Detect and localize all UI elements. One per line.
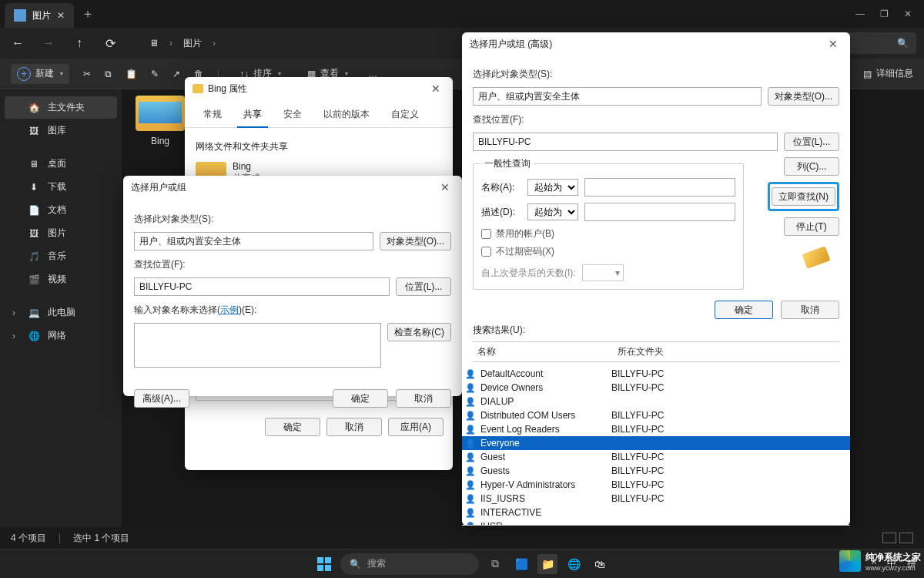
result-row[interactable]: 👤DIALUP: [462, 395, 850, 408]
widgets-icon[interactable]: 🟦: [511, 554, 531, 574]
tab-security[interactable]: 安全: [273, 102, 313, 127]
name-input[interactable]: [584, 178, 735, 197]
desc-mode-select[interactable]: 起始为: [527, 203, 578, 220]
results-list[interactable]: 👤DefaultAccountBILLYFU-PC👤Device OwnersB…: [462, 367, 850, 526]
names-input[interactable]: [134, 323, 381, 368]
result-row[interactable]: 👤GuestBILLYFU-PC: [462, 450, 850, 464]
object-type-button[interactable]: 对象类型(O)...: [380, 232, 451, 250]
columns-button[interactable]: 列(C)...: [784, 157, 839, 176]
ok-button[interactable]: 确定: [265, 418, 320, 436]
watermark-logo-icon: [839, 550, 861, 572]
new-button[interactable]: + 新建 ▾: [11, 64, 69, 84]
stop-button[interactable]: 停止(T): [784, 217, 839, 236]
new-tab-button[interactable]: ＋: [82, 6, 94, 22]
cancel-button[interactable]: 取消: [326, 418, 382, 436]
paste-button[interactable]: 📋: [126, 69, 137, 79]
sidebar-item[interactable]: 🎵音乐: [5, 245, 117, 267]
find-now-button[interactable]: 立即查找(N): [772, 187, 835, 206]
explorer-icon[interactable]: 📁: [537, 554, 557, 574]
close-window-button[interactable]: ✕: [904, 8, 912, 19]
dialog-select-user: 选择用户或组 ✕ 选择此对象类型(S): 对象类型(O)... 查找位置(F):…: [123, 176, 462, 396]
details-button[interactable]: ▤ 详细信息: [863, 67, 913, 80]
start-button[interactable]: [314, 554, 334, 574]
taskbar-search[interactable]: 🔍 搜索: [340, 553, 479, 575]
tab-share[interactable]: 共享: [233, 102, 273, 127]
disabled-accounts-checkbox[interactable]: [481, 229, 491, 239]
sidebar-item[interactable]: 🎬视频: [5, 268, 117, 291]
sidebar-item[interactable]: ⬇下载: [5, 176, 117, 198]
name-mode-select[interactable]: 起始为: [527, 179, 578, 196]
check-names-button[interactable]: 检查名称(C): [387, 323, 451, 341]
name-label: 名称(A):: [481, 181, 521, 194]
result-row[interactable]: 👤GuestsBILLYFU-PC: [462, 464, 850, 478]
desc-input[interactable]: [584, 203, 735, 221]
advanced-button[interactable]: 高级(A)...: [134, 389, 189, 408]
copy-button[interactable]: ⧉: [105, 69, 112, 79]
store-icon[interactable]: 🛍: [590, 554, 610, 574]
close-icon[interactable]: ✕: [427, 81, 445, 96]
location-input[interactable]: [134, 277, 390, 296]
cut-button[interactable]: ✂: [83, 69, 91, 79]
maximize-button[interactable]: ❐: [880, 8, 889, 19]
edge-icon[interactable]: 🌐: [564, 554, 584, 574]
result-row[interactable]: 👤IIS_IUSRSBILLYFU-PC: [462, 492, 850, 506]
tab-general[interactable]: 常规: [192, 102, 233, 127]
principal-icon: 👤: [465, 452, 477, 462]
result-row[interactable]: 👤INTERACTIVE: [462, 506, 850, 519]
apply-button[interactable]: 应用(A): [388, 418, 444, 436]
sidebar-item[interactable]: ›💻此电脑: [5, 301, 117, 324]
close-icon[interactable]: ✕: [436, 180, 454, 195]
location-button[interactable]: 位置(L)...: [784, 133, 839, 151]
result-row[interactable]: 👤IUSR: [462, 519, 850, 526]
folder-item[interactable]: Bing: [136, 96, 185, 146]
object-type-input[interactable]: [473, 87, 762, 106]
refresh-button[interactable]: ⟳: [100, 36, 120, 51]
sidebar-item[interactable]: 📄文档: [5, 199, 117, 221]
result-row[interactable]: 👤Distributed COM UsersBILLYFU-PC: [462, 408, 850, 422]
result-row[interactable]: 👤DefaultAccountBILLYFU-PC: [462, 367, 850, 381]
cancel-button[interactable]: 取消: [781, 301, 839, 319]
sidebar-item[interactable]: 🖥桌面: [5, 153, 117, 175]
col-name[interactable]: 名称: [473, 345, 618, 358]
up-button[interactable]: ↑: [69, 36, 89, 50]
sidebar-item[interactable]: 🖼图片: [5, 222, 117, 244]
query-group: 一般性查询 名称(A): 起始为 描述(D): 起始为 禁用的帐户(B) 不过期…: [473, 163, 744, 290]
object-type-button[interactable]: 对象类型(O)...: [768, 87, 839, 106]
sidebar-item[interactable]: 🏠主文件夹: [5, 96, 117, 119]
window-tab[interactable]: 图片 ✕: [5, 3, 74, 28]
result-row[interactable]: 👤Hyper-V AdministratorsBILLYFU-PC: [462, 478, 850, 492]
folder-label: Bing: [136, 136, 185, 146]
sidebar-item[interactable]: 🖼图库: [5, 119, 117, 142]
minimize-button[interactable]: ―: [855, 8, 865, 19]
view-toggle[interactable]: [882, 533, 913, 543]
location-input[interactable]: [473, 133, 778, 151]
sidebar-item-label: 音乐: [48, 250, 66, 263]
result-row[interactable]: 👤Event Log ReadersBILLYFU-PC: [462, 422, 850, 436]
object-type-input[interactable]: [134, 232, 373, 250]
watermark: 纯净系统之家 www.ycwzy.com: [839, 550, 921, 572]
cancel-button[interactable]: 取消: [396, 389, 451, 408]
sidebar-item[interactable]: ›🌐网络: [5, 324, 117, 347]
col-folder[interactable]: 所在文件夹: [618, 345, 839, 358]
days-input[interactable]: ▾: [582, 264, 624, 281]
share-button[interactable]: ↗: [172, 69, 180, 79]
close-icon[interactable]: ✕: [824, 36, 842, 52]
tab-previous[interactable]: 以前的版本: [313, 102, 380, 127]
noexpire-password-checkbox[interactable]: [481, 247, 491, 257]
back-button[interactable]: ←: [8, 36, 28, 50]
ok-button[interactable]: 确定: [715, 301, 773, 319]
location-button[interactable]: 位置(L)...: [396, 277, 451, 296]
breadcrumb-item[interactable]: 图片: [183, 37, 202, 50]
breadcrumb-root-icon[interactable]: 🖥: [149, 38, 159, 49]
forward-button[interactable]: →: [38, 36, 59, 50]
task-view-icon[interactable]: ⧉: [485, 554, 505, 574]
find-now-highlight: 立即查找(N): [768, 182, 839, 211]
tab-custom[interactable]: 自定义: [380, 102, 430, 127]
result-row[interactable]: 👤Device OwnersBILLYFU-PC: [462, 381, 850, 395]
close-tab-icon[interactable]: ✕: [57, 10, 65, 21]
example-link[interactable]: 示例: [220, 304, 239, 315]
dialog-title: 选择用户或组: [131, 181, 186, 194]
result-row[interactable]: 👤Everyone: [462, 436, 850, 450]
ok-button[interactable]: 确定: [333, 389, 388, 408]
rename-button[interactable]: ✎: [151, 69, 159, 79]
